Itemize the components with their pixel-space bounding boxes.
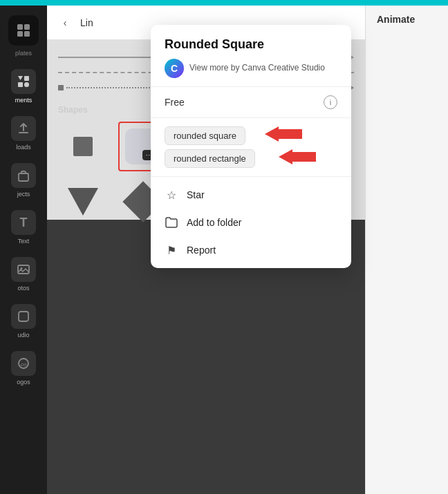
- free-label: Free: [165, 97, 185, 108]
- svg-marker-14: [279, 149, 316, 164]
- sidebar-item-photos[interactable]: otos: [0, 250, 47, 297]
- main-area: ‹ Lin S: [47, 6, 448, 494]
- tag-rounded-rectangle[interactable]: rounded rectangle: [165, 149, 255, 168]
- brand-text: View more by Canva Creative Studio: [189, 63, 325, 74]
- text-icon: T: [11, 210, 36, 235]
- sidebar-logos-label: ogos: [17, 379, 30, 386]
- sidebar-studio-label: udio: [17, 332, 29, 339]
- svg-rect-2: [17, 31, 23, 37]
- sidebar-plates-label: plates: [15, 50, 32, 57]
- svg-rect-4: [24, 76, 29, 81]
- menu-item-star[interactable]: ☆ Star: [151, 181, 351, 209]
- shape-small-square[interactable]: [58, 122, 108, 171]
- sidebar-item-elements[interactable]: ments: [0, 62, 47, 109]
- svg-point-6: [24, 82, 29, 87]
- sidebar-elements-label: ments: [15, 97, 32, 104]
- back-icon: ‹: [64, 17, 67, 28]
- add-to-folder-label: Add to folder: [187, 217, 241, 228]
- arrow-2: [279, 149, 316, 164]
- tag-rounded-square[interactable]: rounded square: [165, 126, 245, 145]
- sidebar-item-logos[interactable]: co ogos: [0, 344, 47, 391]
- star-icon: ☆: [165, 188, 178, 202]
- right-panel: Animate: [365, 6, 448, 494]
- brand-icon: C: [165, 59, 184, 78]
- info-icon-button[interactable]: i: [324, 95, 337, 109]
- sidebar-uploads-label: loads: [16, 144, 31, 151]
- sidebar-item-objects[interactable]: jects: [0, 156, 47, 203]
- popup-tags: rounded square rounded rectangle: [151, 118, 351, 177]
- popup-header: Rounded Square C View more by Canva Crea…: [151, 25, 351, 87]
- svg-marker-13: [265, 126, 302, 142]
- tag-row-2: rounded rectangle: [165, 149, 337, 168]
- sidebar-text-label: Text: [18, 238, 30, 245]
- svg-rect-1: [24, 24, 30, 30]
- top-bar: [0, 0, 448, 6]
- svg-rect-3: [24, 31, 30, 37]
- animate-header: Animate: [366, 6, 448, 33]
- svg-rect-0: [17, 24, 23, 30]
- menu-item-add-folder[interactable]: Add to folder: [151, 209, 351, 236]
- sidebar-item-studio[interactable]: udio: [0, 297, 47, 344]
- sidebar: plates ments loads ject: [0, 6, 47, 494]
- svg-rect-10: [19, 312, 28, 321]
- uploads-icon: [11, 116, 36, 141]
- popup: Rounded Square C View more by Canva Crea…: [151, 25, 351, 268]
- popup-brand: C View more by Canva Creative Studio: [165, 59, 337, 78]
- popup-title: Rounded Square: [165, 37, 337, 52]
- plates-icon: [8, 15, 39, 46]
- sidebar-objects-label: jects: [17, 191, 30, 198]
- menu-item-report[interactable]: ⚑ Report: [151, 236, 351, 264]
- tag-row-1: rounded square: [165, 126, 337, 145]
- sidebar-item-uploads[interactable]: loads: [0, 109, 47, 156]
- sidebar-photos-label: otos: [17, 285, 29, 292]
- popup-menu: ☆ Star Add to folder ⚑ Report: [151, 177, 351, 268]
- logos-icon: co: [11, 351, 36, 376]
- photos-icon: [11, 257, 36, 282]
- animate-label: Animate: [377, 14, 415, 25]
- arrow-1: [265, 126, 302, 142]
- toolbar-title: Lin: [80, 17, 93, 28]
- report-icon: ⚑: [165, 243, 178, 257]
- svg-rect-5: [18, 82, 23, 87]
- svg-rect-7: [19, 173, 28, 181]
- objects-icon: [11, 163, 36, 188]
- shape-triangle-2[interactable]: [58, 177, 108, 227]
- star-label: Star: [187, 189, 205, 200]
- report-label: Report: [187, 245, 216, 256]
- back-button[interactable]: ‹: [55, 13, 75, 32]
- elements-icon: [11, 69, 36, 94]
- folder-icon: [165, 216, 178, 229]
- sidebar-item-text[interactable]: T Text: [0, 203, 47, 250]
- svg-rect-8: [18, 265, 29, 274]
- svg-text:co: co: [21, 361, 27, 368]
- sidebar-item-plates[interactable]: plates: [0, 6, 47, 62]
- popup-free-section: Free i: [151, 87, 351, 118]
- studio-icon: [11, 304, 36, 329]
